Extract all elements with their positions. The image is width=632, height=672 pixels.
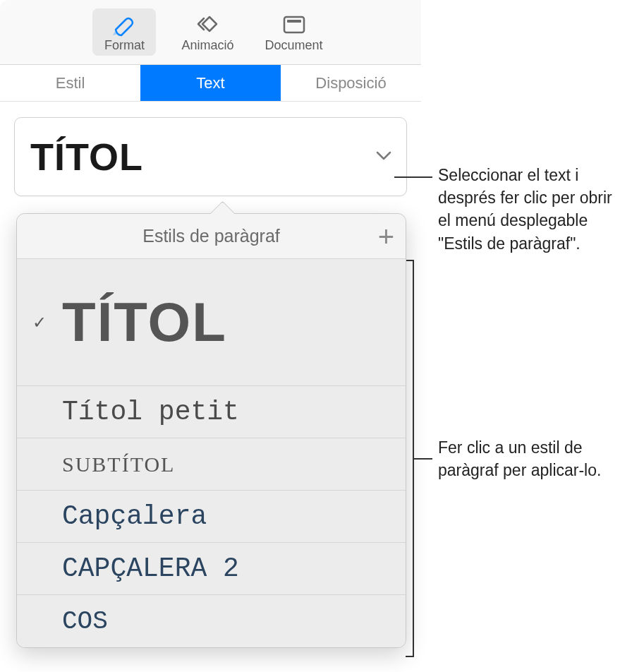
tab-layout[interactable]: Disposició: [281, 65, 421, 101]
diamond-icon: [191, 11, 224, 37]
current-style-label: TÍTOL: [30, 135, 143, 179]
callout-apply: Fer clic a un estil de paràgraf per apli…: [438, 436, 623, 481]
style-label: Títol petit: [62, 397, 239, 427]
style-row-capcalera[interactable]: Capçalera: [17, 491, 406, 543]
add-style-button[interactable]: +: [378, 222, 394, 251]
inspector-panel: Format Animació Document: [0, 0, 421, 672]
popover-title: Estils de paràgraf: [142, 226, 280, 246]
callout-text: Seleccionar el text i després fer clic p…: [438, 166, 612, 253]
style-label: SUBTÍTOL: [62, 452, 175, 476]
callout-text: Fer clic a un estil de paràgraf per apli…: [438, 438, 601, 479]
toolbar-animation-label: Animació: [181, 38, 233, 53]
tab-bar: Estil Text Disposició: [0, 65, 421, 102]
paragraph-style-selector[interactable]: TÍTOL: [14, 117, 407, 196]
toolbar-document[interactable]: Document: [259, 8, 328, 56]
tab-text[interactable]: Text: [140, 65, 281, 101]
callout-area: Seleccionar el text i després fer clic p…: [421, 0, 632, 672]
style-row-subtitol[interactable]: SUBTÍTOL: [17, 438, 406, 491]
tab-style[interactable]: Estil: [0, 65, 140, 101]
toolbar-format[interactable]: Format: [92, 8, 156, 56]
popover-header: Estils de paràgraf +: [17, 214, 406, 259]
paintbrush-icon: [108, 11, 140, 37]
toolbar-animation[interactable]: Animació: [176, 8, 239, 56]
style-row-titol[interactable]: ✓ TÍTOL: [17, 259, 406, 386]
chevron-down-icon: [375, 150, 392, 164]
style-row-capcalera2[interactable]: CAPÇALERA 2: [17, 543, 406, 595]
style-label: Capçalera: [62, 501, 207, 532]
toolbar-format-label: Format: [104, 38, 145, 53]
toolbar-document-label: Document: [265, 38, 322, 53]
document-icon: [278, 11, 310, 37]
style-label: COS: [62, 607, 108, 636]
svg-rect-1: [287, 20, 301, 23]
toolbar: Format Animació Document: [0, 0, 421, 65]
callout-line: [394, 176, 432, 178]
svg-rect-0: [284, 17, 304, 32]
style-row-titol-petit[interactable]: Títol petit: [17, 386, 406, 438]
checkmark-icon: ✓: [32, 313, 47, 332]
style-label: TÍTOL: [62, 290, 227, 354]
callout-line: [414, 458, 432, 460]
style-list: ✓ TÍTOL Títol petit SUBTÍTOL Capçalera C…: [17, 259, 406, 647]
style-label: CAPÇALERA 2: [62, 553, 239, 584]
callout-dropdown: Seleccionar el text i després fer clic p…: [438, 164, 627, 255]
paragraph-styles-popover: Estils de paràgraf + ✓ TÍTOL Títol petit…: [16, 213, 406, 648]
style-row-cos[interactable]: COS: [17, 595, 406, 647]
